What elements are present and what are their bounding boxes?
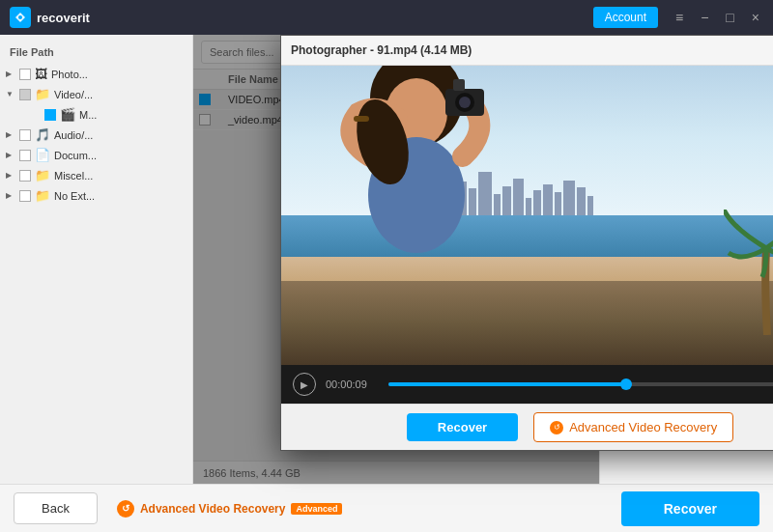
recover-modal-button[interactable]: Recover xyxy=(407,413,518,441)
current-time: 00:00:09 xyxy=(326,378,379,390)
advanced-recovery-bottom-icon: ↺ xyxy=(117,500,134,518)
building xyxy=(577,187,586,215)
sidebar-item-documents[interactable]: ▶ 📄 Docum... xyxy=(0,145,192,165)
advanced-recovery-icon: ↺ xyxy=(550,421,563,434)
sidebar-label-misc: Miscel... xyxy=(54,170,93,182)
video-modal-title: Photographer - 91.mp4 (4.14 MB) xyxy=(291,43,472,57)
maximize-button[interactable]: □ xyxy=(722,9,737,26)
advanced-badge: Advanced xyxy=(291,503,342,515)
svg-point-8 xyxy=(459,97,471,108)
sidebar-label-noext: No Ext... xyxy=(54,190,95,202)
building xyxy=(533,190,541,215)
minimize-button[interactable]: − xyxy=(697,9,712,26)
photos-checkbox[interactable] xyxy=(19,69,31,80)
building xyxy=(587,196,593,215)
sidebar-label-video-sub: M... xyxy=(79,109,97,121)
video-sub-icon: 🎬 xyxy=(60,107,75,122)
misc-chevron-icon: ▶ xyxy=(6,171,15,180)
building xyxy=(555,192,561,215)
video-modal: Photographer - 91.mp4 (4.14 MB) × xyxy=(280,35,773,451)
building xyxy=(543,184,553,215)
sidebar: File Path ▶ 🖼 Photo... ▼ 📁 Video/... 🎬 M… xyxy=(0,35,193,484)
videos-checkbox[interactable] xyxy=(19,89,31,100)
sidebar-label-videos: Video/... xyxy=(54,89,93,100)
audio-checkbox[interactable] xyxy=(19,129,31,141)
sidebar-label-documents: Docum... xyxy=(54,150,97,161)
sidebar-item-misc[interactable]: ▶ 📁 Miscel... xyxy=(0,165,192,185)
close-button[interactable]: × xyxy=(748,9,763,26)
video-scene xyxy=(281,66,773,365)
progress-fill xyxy=(388,382,626,386)
video-sub-checkbox[interactable] xyxy=(44,109,56,121)
bottom-bar: Back ↺ Advanced Video Recovery Advanced … xyxy=(0,484,773,532)
folder-icon: 🖼 xyxy=(35,67,47,81)
back-button[interactable]: Back xyxy=(14,492,98,524)
chevron-right-icon: ▶ xyxy=(6,70,15,78)
documents-folder-icon: 📄 xyxy=(35,148,50,162)
misc-checkbox[interactable] xyxy=(19,170,31,182)
app-title: recoverit xyxy=(37,11,90,25)
advanced-video-recovery-modal-button[interactable]: ↺ Advanced Video Recovery xyxy=(533,412,733,442)
video-folder-icon: 📁 xyxy=(35,87,50,101)
title-bar: recoverit Account ≡ − □ × xyxy=(0,0,773,35)
recover-main-button[interactable]: Recover xyxy=(621,491,759,526)
app-logo: recoverit xyxy=(10,7,90,28)
sidebar-item-noext[interactable]: ▶ 📁 No Ext... xyxy=(0,185,192,206)
svg-point-0 xyxy=(18,15,22,19)
sidebar-item-videos[interactable]: ▼ 📁 Video/... xyxy=(0,84,192,104)
advanced-video-recovery-bottom-label: Advanced Video Recovery xyxy=(140,502,286,516)
noext-chevron-icon: ▶ xyxy=(6,191,15,200)
progress-bar[interactable] xyxy=(388,382,773,386)
documents-checkbox[interactable] xyxy=(19,150,31,161)
noext-checkbox[interactable] xyxy=(19,190,31,202)
main-area: File Path ▶ 🖼 Photo... ▼ 📁 Video/... 🎬 M… xyxy=(0,35,773,484)
hamburger-button[interactable]: ≡ xyxy=(672,9,687,26)
sidebar-header: File Path xyxy=(0,42,192,64)
sidebar-item-photos[interactable]: ▶ 🖼 Photo... xyxy=(0,64,192,84)
noext-folder-icon: 📁 xyxy=(35,188,50,203)
sidebar-item-audio[interactable]: ▶ 🎵 Audio/... xyxy=(0,125,192,145)
sidebar-item-video-sub[interactable]: 🎬 M... xyxy=(0,104,192,125)
video-modal-titlebar: Photographer - 91.mp4 (4.14 MB) × xyxy=(281,36,773,66)
video-overlay: Photographer - 91.mp4 (4.14 MB) × xyxy=(193,35,773,484)
audio-folder-icon: 🎵 xyxy=(35,127,50,142)
building xyxy=(526,198,531,215)
misc-folder-icon: 📁 xyxy=(35,168,50,182)
svg-rect-6 xyxy=(453,79,465,91)
advanced-video-recovery-label: Advanced Video Recovery xyxy=(569,420,717,434)
palm-tree xyxy=(724,210,773,335)
video-controls: ▶ 00:00:09 00:00:06 xyxy=(281,365,773,404)
progress-dot xyxy=(620,378,632,390)
building xyxy=(563,181,575,215)
chevron-down-icon: ▼ xyxy=(6,90,15,98)
logo-icon xyxy=(10,7,31,28)
video-actions: Recover ↺ Advanced Video Recovery xyxy=(281,404,773,450)
svg-rect-10 xyxy=(354,116,369,122)
documents-chevron-icon: ▶ xyxy=(6,151,15,159)
video-frame xyxy=(281,66,773,365)
sidebar-label-audio: Audio/... xyxy=(54,129,93,141)
audio-chevron-icon: ▶ xyxy=(6,130,15,139)
window-controls: ≡ − □ × xyxy=(672,9,763,26)
advanced-recovery-section: ↺ Advanced Video Recovery Advanced xyxy=(117,500,343,518)
person-figure xyxy=(310,66,523,311)
play-button[interactable]: ▶ xyxy=(293,373,316,396)
sidebar-label-photos: Photo... xyxy=(51,69,88,80)
account-button[interactable]: Account xyxy=(593,7,658,28)
